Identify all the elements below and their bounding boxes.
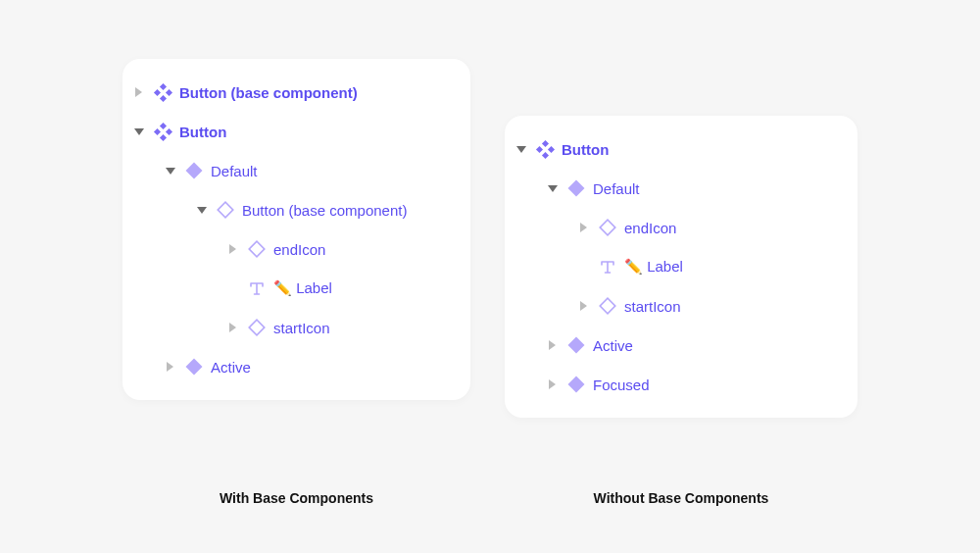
tree-row-label: Default	[593, 180, 640, 197]
variant-icon	[567, 336, 585, 354]
instance-icon	[599, 219, 616, 236]
instance-icon	[248, 319, 266, 336]
tree-row[interactable]: Focused	[514, 365, 842, 404]
chevron-right-icon[interactable]	[226, 243, 240, 255]
tree-row-label: startIcon	[273, 320, 330, 336]
variant-icon	[185, 358, 203, 376]
component-icon	[154, 123, 172, 140]
chevron-down-icon[interactable]	[195, 204, 209, 216]
chevron-down-icon[interactable]	[164, 165, 177, 176]
tree-row[interactable]: Active	[514, 326, 842, 365]
chevron-right-icon[interactable]	[577, 222, 591, 233]
tree-row[interactable]: ✏️ Label	[132, 269, 455, 308]
tree-row-label: Default	[211, 163, 258, 179]
tree-row-label: Button (base component)	[179, 84, 358, 101]
chevron-right-icon[interactable]	[164, 361, 177, 373]
chevron-right-icon[interactable]	[546, 339, 560, 351]
variant-icon	[567, 376, 585, 393]
tree-row[interactable]: Button (base component)	[132, 190, 455, 229]
tree-row[interactable]: Button	[514, 129, 842, 169]
instance-icon	[248, 240, 266, 258]
tree-panel-without-base: Button Default endIcon ✏️ Label startIco…	[505, 116, 858, 418]
component-icon	[154, 83, 172, 101]
text-icon	[599, 258, 616, 276]
tree-row-label: endIcon	[273, 241, 325, 258]
tree-row[interactable]: endIcon	[132, 229, 455, 269]
tree-row-label: ✏️ Label	[624, 258, 683, 276]
tree-row[interactable]: startIcon	[132, 308, 455, 347]
component-icon	[536, 140, 554, 158]
chevron-right-icon[interactable]	[546, 378, 560, 390]
tree-panel-with-base: Button (base component) Button Default B…	[122, 59, 470, 400]
panel-caption: Without Base Components	[505, 490, 858, 506]
text-icon	[248, 279, 266, 297]
tree-row[interactable]: Button (base component)	[132, 73, 455, 112]
chevron-right-icon[interactable]	[226, 322, 240, 333]
instance-icon	[599, 297, 616, 315]
tree-row-label: Button (base component)	[242, 202, 407, 219]
tree-row[interactable]: Button	[132, 112, 455, 151]
chevron-right-icon[interactable]	[132, 86, 146, 98]
tree-row-label: Button	[179, 124, 226, 140]
tree-row-label: startIcon	[624, 298, 681, 315]
tree-row[interactable]: ✏️ Label	[514, 247, 842, 286]
chevron-right-icon[interactable]	[577, 300, 591, 312]
tree-row-label: endIcon	[624, 220, 676, 236]
tree-row[interactable]: endIcon	[514, 208, 842, 247]
instance-icon	[217, 201, 234, 219]
tree-row-label: Focused	[593, 377, 650, 393]
tree-row-label: Active	[211, 359, 251, 376]
panel-caption: With Base Components	[122, 490, 470, 506]
chevron-down-icon[interactable]	[546, 182, 560, 194]
chevron-down-icon[interactable]	[514, 143, 528, 155]
tree-row-label: ✏️ Label	[273, 279, 332, 297]
variant-icon	[185, 162, 203, 179]
variant-icon	[567, 179, 585, 197]
tree-row[interactable]: startIcon	[514, 286, 842, 326]
chevron-down-icon[interactable]	[132, 126, 146, 137]
tree-row-label: Active	[593, 337, 633, 354]
tree-row-label: Button	[562, 141, 609, 158]
tree-row[interactable]: Default	[132, 151, 455, 190]
tree-row[interactable]: Default	[514, 169, 842, 208]
tree-row[interactable]: Active	[132, 347, 455, 386]
